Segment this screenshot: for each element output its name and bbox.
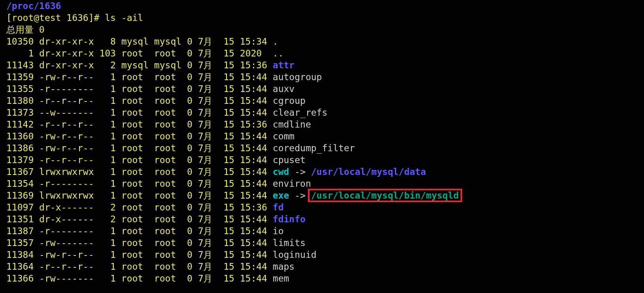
file-name: loginuid (273, 250, 317, 260)
ls-row-meta: 11359 -rw-r--r-- 1 root root 0 7月 15 15:… (6, 72, 273, 82)
file-name: mem (273, 273, 289, 284)
ls-row: 11143 dr-xr-xr-x 2 mysql mysql 0 7月 15 1… (6, 59, 638, 71)
ls-row: 11380 -r--r--r-- 1 root root 0 7月 15 15:… (6, 95, 638, 107)
file-name: io (273, 226, 284, 236)
cwd-path: /proc/1636 (6, 1, 61, 11)
file-name: fdinfo (273, 214, 306, 224)
ls-row-meta: 11367 lrwxrwxrwx 1 root root 0 7月 15 15:… (6, 167, 273, 177)
ls-row-meta: 11097 dr-x------ 2 root root 0 7月 15 15:… (6, 202, 273, 212)
ls-row: 1 dr-xr-xr-x 103 root root 0 7月 15 2020 … (6, 47, 638, 59)
file-name: comm (273, 131, 295, 141)
file-name: maps (273, 261, 295, 272)
file-name: cwd (273, 167, 289, 177)
ls-row: 11097 dr-x------ 2 root root 0 7月 15 15:… (6, 201, 638, 213)
file-name: coredump_filter (273, 143, 355, 153)
file-name: auxv (273, 84, 295, 94)
ls-row-meta: 11387 -r-------- 1 root root 0 7月 15 15:… (6, 226, 273, 236)
ls-row-meta: 11366 -rw------- 1 root root 0 7月 15 15:… (6, 273, 273, 284)
ls-row: 11142 -r--r--r-- 1 root root 0 7月 15 15:… (6, 118, 638, 130)
ls-row-meta: 11354 -r-------- 1 root root 0 7月 15 15:… (6, 178, 273, 189)
ls-row: 11364 -r--r--r-- 1 root root 0 7月 15 15:… (6, 261, 638, 272)
ls-row-meta: 11360 -rw-r--r-- 1 root root 0 7月 15 15:… (6, 131, 273, 141)
ls-row: 11386 -rw-r--r-- 1 root root 0 7月 15 15:… (6, 142, 638, 154)
ls-row-meta: 11386 -rw-r--r-- 1 root root 0 7月 15 15:… (6, 143, 273, 153)
ls-row: 11369 lrwxrwxrwx 1 root root 0 7月 15 15:… (6, 190, 638, 201)
symlink-target: /usr/local/mysql/data (311, 167, 426, 177)
ls-row-meta: 10350 dr-xr-xr-x 8 mysql mysql 0 7月 15 1… (6, 36, 273, 47)
shell-prompt: [root@test 1636]# (6, 13, 105, 23)
symlink-arrow: -> (289, 167, 311, 177)
ls-row: 11359 -rw-r--r-- 1 root root 0 7月 15 15:… (6, 71, 638, 83)
ls-row-meta: 11357 -rw------- 1 root root 0 7月 15 15:… (6, 238, 273, 248)
total-line: 总用量 0 (6, 24, 638, 36)
ls-row: 11354 -r-------- 1 root root 0 7月 15 15:… (6, 178, 638, 190)
ls-row-meta: 11384 -rw-r--r-- 1 root root 0 7月 15 15:… (6, 250, 273, 260)
ls-row: 11357 -rw------- 1 root root 0 7月 15 15:… (6, 237, 638, 249)
command-text: ls -ail (105, 13, 143, 23)
terminal[interactable]: /proc/1636[root@test 1636]# ls -ail总用量 0… (0, 0, 644, 284)
ls-row: 11373 --w------- 1 root root 0 7月 15 15:… (6, 107, 638, 118)
file-name: . (273, 36, 278, 47)
ls-row: 11387 -r-------- 1 root root 0 7月 15 15:… (6, 225, 638, 237)
ls-row: 11355 -r-------- 1 root root 0 7月 15 15:… (6, 83, 638, 95)
ls-row-meta: 11373 --w------- 1 root root 0 7月 15 15:… (6, 107, 273, 118)
ls-row-meta: 1 dr-xr-xr-x 103 root root 0 7月 15 2020 (6, 48, 273, 58)
file-name: .. (273, 48, 284, 58)
prompt-line: [root@test 1636]# ls -ail (6, 12, 638, 24)
ls-row: 11351 dr-x------ 2 root root 0 7月 15 15:… (6, 213, 638, 225)
ls-row-meta: 11355 -r-------- 1 root root 0 7月 15 15:… (6, 84, 273, 94)
file-name: environ (273, 178, 311, 189)
ls-row-meta: 11369 lrwxrwxrwx 1 root root 0 7月 15 15:… (6, 190, 273, 201)
ls-row-meta: 11143 dr-xr-xr-x 2 mysql mysql 0 7月 15 1… (6, 60, 273, 70)
ls-row: 11379 -r--r--r-- 1 root root 0 7月 15 15:… (6, 154, 638, 166)
ls-row-meta: 11142 -r--r--r-- 1 root root 0 7月 15 15:… (6, 119, 273, 130)
file-name: cpuset (273, 155, 306, 165)
ls-row-meta: 11379 -r--r--r-- 1 root root 0 7月 15 15:… (6, 155, 273, 165)
cwd-path-line: /proc/1636 (6, 0, 638, 12)
symlink-arrow: -> (289, 190, 311, 201)
file-name: cgroup (273, 96, 306, 106)
ls-row-meta: 11364 -r--r--r-- 1 root root 0 7月 15 15:… (6, 261, 273, 272)
ls-row: 11367 lrwxrwxrwx 1 root root 0 7月 15 15:… (6, 166, 638, 178)
ls-row: 11360 -rw-r--r-- 1 root root 0 7月 15 15:… (6, 130, 638, 142)
file-name: cmdline (273, 119, 311, 130)
symlink-target: /usr/local/mysql/bin/mysqld (311, 190, 459, 201)
ls-row: 11366 -rw------- 1 root root 0 7月 15 15:… (6, 272, 638, 284)
ls-row: 11384 -rw-r--r-- 1 root root 0 7月 15 15:… (6, 249, 638, 261)
file-name: clear_refs (273, 107, 327, 118)
ls-row-meta: 11351 dr-x------ 2 root root 0 7月 15 15:… (6, 214, 273, 224)
ls-row-meta: 11380 -r--r--r-- 1 root root 0 7月 15 15:… (6, 96, 273, 106)
file-name: autogroup (273, 72, 322, 82)
file-name: attr (273, 60, 295, 70)
file-name: fd (273, 202, 284, 212)
file-name: exe (273, 190, 289, 201)
ls-row: 10350 dr-xr-xr-x 8 mysql mysql 0 7月 15 1… (6, 36, 638, 47)
file-name: limits (273, 238, 306, 248)
